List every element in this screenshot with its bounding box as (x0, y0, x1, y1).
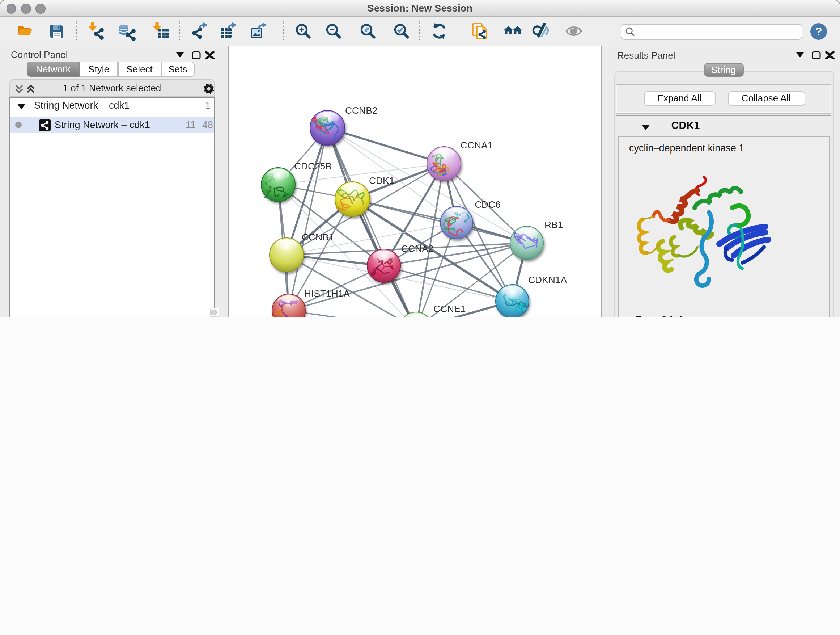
svg-text:CCNB2: CCNB2 (345, 105, 377, 116)
svg-text:CDC25B: CDC25B (294, 160, 332, 171)
svg-text:CDKN1A: CDKN1A (528, 274, 567, 285)
svg-text:CDK1: CDK1 (369, 175, 394, 186)
svg-text:CCNA2: CCNA2 (401, 243, 433, 254)
svg-text:CDC6: CDC6 (475, 199, 501, 210)
svg-text:RB1: RB1 (545, 219, 563, 230)
svg-text:CCNE1: CCNE1 (433, 303, 466, 314)
svg-text:CCNA1: CCNA1 (461, 139, 493, 150)
svg-text:CCNB1: CCNB1 (302, 231, 334, 242)
svg-text:HIST1H1A: HIST1H1A (304, 288, 350, 299)
